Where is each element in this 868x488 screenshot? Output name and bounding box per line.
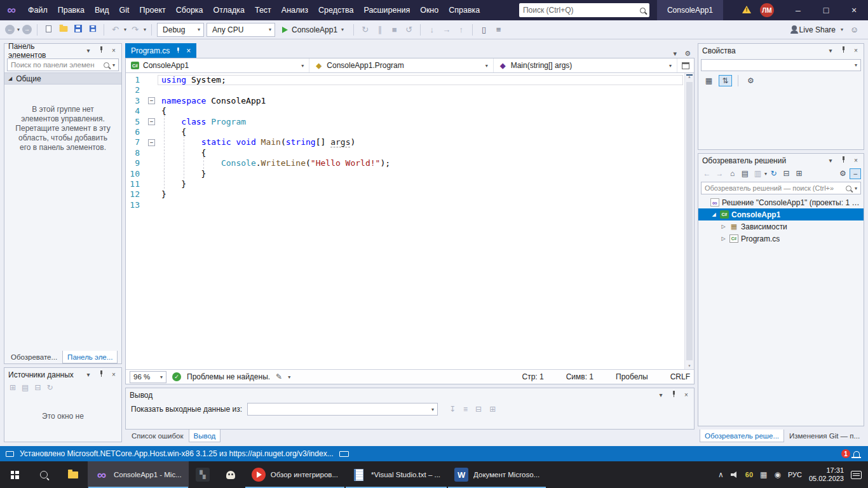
close-icon[interactable]: ×	[110, 47, 118, 54]
new-file-icon[interactable]	[43, 22, 55, 37]
tree-item[interactable]: ∞Решение "ConsoleApp1" (проекты: 1 из 1)	[698, 196, 864, 208]
taskbar-button-vs[interactable]: ∞ConsoleApp1 - Mic...	[88, 461, 189, 488]
split-editor-control[interactable]	[677, 58, 694, 72]
step-over-icon[interactable]: →	[440, 22, 452, 37]
menu-item[interactable]: Проект	[135, 0, 171, 20]
taskbar-button-skull[interactable]	[217, 461, 245, 488]
fold-collapse-icon[interactable]: −	[148, 139, 155, 146]
restart-icon[interactable]: ↺	[403, 22, 415, 37]
toolbox-header[interactable]: Панель элементов ▾ ×	[4, 44, 121, 57]
taskbar-button-word[interactable]: WДокумент Microso...	[447, 461, 546, 488]
start-button[interactable]	[0, 461, 29, 488]
health-check-icon[interactable]: ✓	[172, 372, 181, 381]
line-ending-indicator[interactable]: CRLF	[670, 372, 690, 381]
spaces-indicator[interactable]: Пробелы	[616, 372, 648, 381]
tree-item[interactable]: ▷C#Program.cs	[698, 233, 864, 245]
close-icon[interactable]: ×	[682, 391, 690, 398]
maximize-button[interactable]: □	[812, 0, 840, 20]
properties-object-dropdown[interactable]: ▾	[701, 59, 861, 71]
tool-tab[interactable]: Список ошибок	[127, 430, 188, 442]
caret-char-indicator[interactable]: Симв: 1	[566, 372, 593, 381]
code-line[interactable]: 2	[126, 85, 694, 95]
menu-item[interactable]: Вид	[90, 0, 114, 20]
network-icon[interactable]: ◉	[774, 470, 780, 479]
toolbox-group-header[interactable]: ◢ Общие	[4, 72, 121, 85]
menu-item[interactable]: Справка	[444, 0, 485, 20]
code-line[interactable]: 8 {	[126, 148, 694, 158]
code-line[interactable]: 3−namespace ConsoleApp1	[126, 96, 694, 106]
switch-views-icon[interactable]: ▤	[739, 168, 751, 179]
code-line[interactable]: 7− static void Main(string[] args)	[126, 137, 694, 147]
fold-collapse-icon[interactable]: −	[148, 118, 155, 125]
close-icon[interactable]: ×	[852, 157, 860, 164]
file-explorer-button[interactable]	[58, 461, 88, 488]
add-data-source-icon[interactable]: ⊞	[10, 383, 16, 392]
tree-collapsed-icon[interactable]: ▷	[720, 236, 727, 241]
chevron-down-icon[interactable]: ▾	[764, 171, 767, 177]
tool-tab[interactable]: Вывод	[189, 430, 221, 442]
fold-collapse-icon[interactable]: −	[148, 97, 155, 104]
save-icon[interactable]	[72, 22, 84, 37]
chevron-down-icon[interactable]: ▾	[670, 50, 681, 58]
breadcrumb-dropdown[interactable]: C#ConsoleApp1▾	[126, 58, 309, 72]
menu-item[interactable]: Анализ	[276, 0, 313, 20]
menu-item[interactable]: Сборка	[171, 0, 208, 20]
word-wrap-icon[interactable]: ≡	[463, 405, 468, 414]
refresh-icon[interactable]: ↻	[768, 168, 780, 179]
menu-item[interactable]: Тест	[250, 0, 276, 20]
menu-item[interactable]: Отладка	[208, 0, 250, 20]
taskbar-button-notepad[interactable]: *Visual Studio.txt – ...	[345, 461, 447, 488]
collapse-all-icon[interactable]: ⊟	[780, 168, 792, 179]
editor-vertical-scrollbar[interactable]: ▴ ▾	[684, 73, 694, 369]
menu-item[interactable]: Git	[114, 0, 135, 20]
bookmark-icon[interactable]: ▯	[478, 22, 490, 37]
refresh-icon[interactable]: ↻	[46, 383, 53, 392]
tree-collapsed-icon[interactable]: ▷	[720, 224, 727, 229]
clock[interactable]: 17:31 05.02.2023	[809, 466, 844, 483]
taskbar-button-game[interactable]: ▚	[189, 461, 217, 488]
data-sources-header[interactable]: Источники данных ▾ ×	[4, 368, 121, 381]
menu-item[interactable]: Окно	[415, 0, 444, 20]
menu-item[interactable]: Правка	[53, 0, 90, 20]
find-message-icon[interactable]: ↧	[449, 405, 456, 414]
taskbar-search-button[interactable]	[29, 461, 58, 488]
pending-changes-filter-icon[interactable]: ▥	[752, 168, 764, 179]
live-share-button[interactable]: Live Share	[792, 25, 836, 34]
solution-search-input[interactable]: Обозреватель решений — поиск (Ctrl+» ▾	[701, 182, 861, 194]
step-out-icon[interactable]: ↑	[455, 22, 467, 37]
chevron-down-icon[interactable]: ▾	[85, 371, 92, 378]
close-button[interactable]: ×	[840, 0, 868, 20]
pin-icon[interactable]	[97, 46, 105, 55]
chevron-down-icon[interactable]: ▾	[85, 47, 92, 54]
redo-icon[interactable]: ↷	[129, 22, 141, 37]
scrollbar-thumb[interactable]	[686, 82, 693, 360]
tool-tab[interactable]: Обозреватель реше...	[700, 430, 784, 442]
undo-dropdown-icon[interactable]: ▾	[124, 27, 126, 32]
chevron-down-icon[interactable]: ▾	[827, 157, 834, 164]
edit-data-source-icon[interactable]: ▤	[22, 383, 29, 392]
undo-icon[interactable]: ↶	[109, 22, 121, 37]
preview-selected-items-icon[interactable]: −	[850, 168, 861, 179]
properties-header[interactable]: Свойства ▾ ×	[698, 44, 864, 57]
menu-item[interactable]: Файл	[23, 0, 53, 20]
output-header[interactable]: Вывод ▾ ×	[126, 388, 694, 402]
pin-icon[interactable]	[839, 156, 847, 165]
code-line[interactable]: 1using System;	[126, 75, 694, 85]
alphabetical-icon[interactable]: ⇅	[719, 75, 732, 86]
pause-icon[interactable]: ∥	[374, 22, 386, 37]
clear-all-icon[interactable]: ⊟	[475, 405, 482, 414]
action-center-icon[interactable]	[851, 471, 862, 479]
gear-icon[interactable]: ⚙	[681, 50, 695, 58]
taskbar-button-browser[interactable]: Обзор интегриров...	[245, 461, 345, 488]
scroll-down-icon[interactable]: ▾	[685, 363, 694, 369]
code-line[interactable]: 12}	[126, 189, 694, 200]
notifications-warning[interactable]	[742, 6, 751, 15]
properties-shortcut-icon[interactable]: ⚙	[837, 168, 849, 179]
open-file-icon[interactable]	[57, 22, 69, 37]
solution-explorer-header[interactable]: Обозреватель решений ▾ ×	[698, 154, 864, 167]
tray-app-icon[interactable]: ▦	[760, 470, 767, 479]
show-all-files-icon[interactable]: ⊞	[793, 168, 805, 179]
start-debugging-button[interactable]: ConsoleApp1 ▾	[278, 22, 348, 37]
navigate-back-dropdown-icon[interactable]: ▾	[17, 27, 20, 32]
forward-icon[interactable]: →	[714, 168, 726, 179]
